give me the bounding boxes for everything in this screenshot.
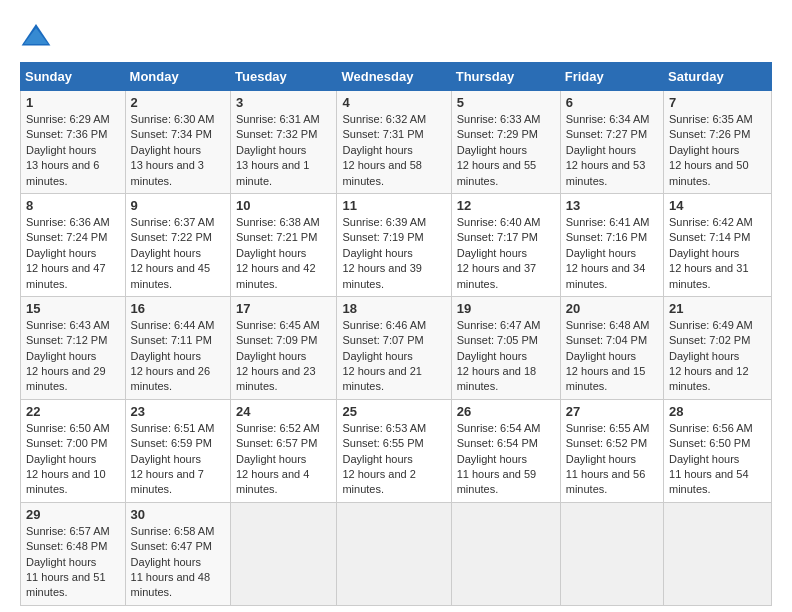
daylight-label: Daylight hours	[566, 144, 636, 156]
calendar-cell: 10 Sunrise: 6:38 AM Sunset: 7:21 PM Dayl…	[231, 193, 337, 296]
daylight-value: 11 hours and 59 minutes.	[457, 468, 537, 495]
calendar-cell: 4 Sunrise: 6:32 AM Sunset: 7:31 PM Dayli…	[337, 91, 451, 194]
calendar-cell: 21 Sunrise: 6:49 AM Sunset: 7:02 PM Dayl…	[664, 296, 772, 399]
sunset-label: Sunset: 7:00 PM	[26, 437, 107, 449]
daylight-label: Daylight hours	[457, 453, 527, 465]
sunset-label: Sunset: 7:17 PM	[457, 231, 538, 243]
calendar-week-row: 15 Sunrise: 6:43 AM Sunset: 7:12 PM Dayl…	[21, 296, 772, 399]
daylight-label: Daylight hours	[236, 453, 306, 465]
calendar-cell: 11 Sunrise: 6:39 AM Sunset: 7:19 PM Dayl…	[337, 193, 451, 296]
calendar-table: SundayMondayTuesdayWednesdayThursdayFrid…	[20, 62, 772, 606]
sunset-label: Sunset: 6:50 PM	[669, 437, 750, 449]
day-number: 19	[457, 301, 555, 316]
weekday-header: Monday	[125, 63, 230, 91]
daylight-label: Daylight hours	[342, 247, 412, 259]
sunset-label: Sunset: 7:27 PM	[566, 128, 647, 140]
day-number: 2	[131, 95, 225, 110]
daylight-label: Daylight hours	[236, 247, 306, 259]
calendar-cell: 12 Sunrise: 6:40 AM Sunset: 7:17 PM Dayl…	[451, 193, 560, 296]
sunset-label: Sunset: 7:11 PM	[131, 334, 212, 346]
daylight-label: Daylight hours	[26, 453, 96, 465]
sunset-label: Sunset: 7:05 PM	[457, 334, 538, 346]
sunset-label: Sunset: 6:55 PM	[342, 437, 423, 449]
daylight-label: Daylight hours	[566, 350, 636, 362]
calendar-cell: 19 Sunrise: 6:47 AM Sunset: 7:05 PM Dayl…	[451, 296, 560, 399]
sunset-label: Sunset: 7:24 PM	[26, 231, 107, 243]
cell-content: Sunrise: 6:48 AM Sunset: 7:04 PM Dayligh…	[566, 318, 658, 395]
sunset-label: Sunset: 7:31 PM	[342, 128, 423, 140]
calendar-cell: 2 Sunrise: 6:30 AM Sunset: 7:34 PM Dayli…	[125, 91, 230, 194]
cell-content: Sunrise: 6:58 AM Sunset: 6:47 PM Dayligh…	[131, 524, 225, 601]
day-number: 30	[131, 507, 225, 522]
day-number: 7	[669, 95, 766, 110]
daylight-label: Daylight hours	[669, 144, 739, 156]
calendar-cell: 24 Sunrise: 6:52 AM Sunset: 6:57 PM Dayl…	[231, 399, 337, 502]
day-number: 10	[236, 198, 331, 213]
sunset-label: Sunset: 7:34 PM	[131, 128, 212, 140]
calendar-cell: 1 Sunrise: 6:29 AM Sunset: 7:36 PM Dayli…	[21, 91, 126, 194]
cell-content: Sunrise: 6:33 AM Sunset: 7:29 PM Dayligh…	[457, 112, 555, 189]
sunrise-label: Sunrise: 6:30 AM	[131, 113, 215, 125]
daylight-label: Daylight hours	[669, 350, 739, 362]
sunrise-label: Sunrise: 6:41 AM	[566, 216, 650, 228]
daylight-label: Daylight hours	[26, 247, 96, 259]
sunrise-label: Sunrise: 6:43 AM	[26, 319, 110, 331]
daylight-label: Daylight hours	[236, 144, 306, 156]
sunrise-label: Sunrise: 6:31 AM	[236, 113, 320, 125]
daylight-label: Daylight hours	[131, 556, 201, 568]
calendar-cell: 27 Sunrise: 6:55 AM Sunset: 6:52 PM Dayl…	[560, 399, 663, 502]
weekday-header: Thursday	[451, 63, 560, 91]
cell-content: Sunrise: 6:49 AM Sunset: 7:02 PM Dayligh…	[669, 318, 766, 395]
daylight-value: 12 hours and 29 minutes.	[26, 365, 106, 392]
calendar-cell: 25 Sunrise: 6:53 AM Sunset: 6:55 PM Dayl…	[337, 399, 451, 502]
sunset-label: Sunset: 7:36 PM	[26, 128, 107, 140]
daylight-value: 12 hours and 15 minutes.	[566, 365, 646, 392]
day-number: 13	[566, 198, 658, 213]
daylight-label: Daylight hours	[131, 144, 201, 156]
cell-content: Sunrise: 6:55 AM Sunset: 6:52 PM Dayligh…	[566, 421, 658, 498]
day-number: 22	[26, 404, 120, 419]
sunrise-label: Sunrise: 6:36 AM	[26, 216, 110, 228]
cell-content: Sunrise: 6:31 AM Sunset: 7:32 PM Dayligh…	[236, 112, 331, 189]
calendar-cell	[664, 502, 772, 605]
sunrise-label: Sunrise: 6:57 AM	[26, 525, 110, 537]
day-number: 15	[26, 301, 120, 316]
cell-content: Sunrise: 6:30 AM Sunset: 7:34 PM Dayligh…	[131, 112, 225, 189]
calendar-cell: 15 Sunrise: 6:43 AM Sunset: 7:12 PM Dayl…	[21, 296, 126, 399]
calendar-cell: 9 Sunrise: 6:37 AM Sunset: 7:22 PM Dayli…	[125, 193, 230, 296]
daylight-label: Daylight hours	[26, 144, 96, 156]
daylight-label: Daylight hours	[342, 350, 412, 362]
weekday-header-row: SundayMondayTuesdayWednesdayThursdayFrid…	[21, 63, 772, 91]
cell-content: Sunrise: 6:57 AM Sunset: 6:48 PM Dayligh…	[26, 524, 120, 601]
calendar-cell: 22 Sunrise: 6:50 AM Sunset: 7:00 PM Dayl…	[21, 399, 126, 502]
daylight-value: 12 hours and 26 minutes.	[131, 365, 211, 392]
weekday-header: Tuesday	[231, 63, 337, 91]
sunset-label: Sunset: 7:22 PM	[131, 231, 212, 243]
day-number: 4	[342, 95, 445, 110]
cell-content: Sunrise: 6:50 AM Sunset: 7:00 PM Dayligh…	[26, 421, 120, 498]
day-number: 9	[131, 198, 225, 213]
sunrise-label: Sunrise: 6:54 AM	[457, 422, 541, 434]
calendar-cell: 28 Sunrise: 6:56 AM Sunset: 6:50 PM Dayl…	[664, 399, 772, 502]
cell-content: Sunrise: 6:32 AM Sunset: 7:31 PM Dayligh…	[342, 112, 445, 189]
sunrise-label: Sunrise: 6:52 AM	[236, 422, 320, 434]
daylight-label: Daylight hours	[342, 453, 412, 465]
daylight-value: 12 hours and 53 minutes.	[566, 159, 646, 186]
daylight-value: 12 hours and 37 minutes.	[457, 262, 537, 289]
daylight-label: Daylight hours	[669, 247, 739, 259]
calendar-cell: 6 Sunrise: 6:34 AM Sunset: 7:27 PM Dayli…	[560, 91, 663, 194]
daylight-label: Daylight hours	[26, 556, 96, 568]
calendar-cell	[231, 502, 337, 605]
day-number: 5	[457, 95, 555, 110]
day-number: 24	[236, 404, 331, 419]
calendar-week-row: 1 Sunrise: 6:29 AM Sunset: 7:36 PM Dayli…	[21, 91, 772, 194]
sunrise-label: Sunrise: 6:42 AM	[669, 216, 753, 228]
daylight-value: 13 hours and 1 minute.	[236, 159, 309, 186]
sunset-label: Sunset: 6:57 PM	[236, 437, 317, 449]
daylight-value: 13 hours and 6 minutes.	[26, 159, 99, 186]
daylight-value: 12 hours and 21 minutes.	[342, 365, 422, 392]
day-number: 28	[669, 404, 766, 419]
calendar-cell: 8 Sunrise: 6:36 AM Sunset: 7:24 PM Dayli…	[21, 193, 126, 296]
calendar-cell	[560, 502, 663, 605]
daylight-label: Daylight hours	[236, 350, 306, 362]
